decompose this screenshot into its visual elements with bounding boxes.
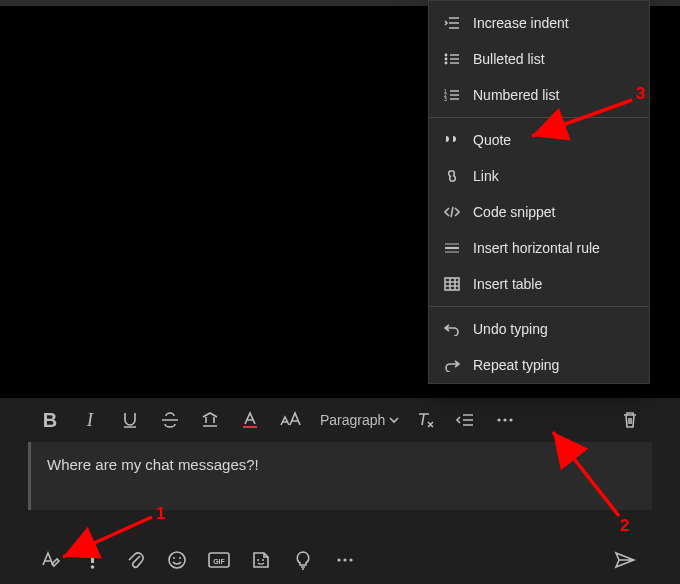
menu-label: Increase indent bbox=[473, 15, 569, 31]
send-button[interactable] bbox=[604, 540, 646, 580]
menu-horizontal-rule[interactable]: Insert horizontal rule bbox=[429, 230, 649, 266]
format-toggle-button[interactable] bbox=[30, 540, 72, 580]
menu-redo[interactable]: Repeat typing bbox=[429, 347, 649, 383]
font-color-button[interactable] bbox=[230, 400, 270, 440]
menu-label: Insert horizontal rule bbox=[473, 240, 600, 256]
format-toolbar: B I Paragraph bbox=[28, 398, 652, 442]
numbered-list-icon: 123 bbox=[443, 88, 461, 102]
clear-formatting-button[interactable] bbox=[405, 400, 445, 440]
font-size-button[interactable] bbox=[270, 400, 310, 440]
message-input-text: Where are my chat messages?! bbox=[47, 456, 259, 473]
menu-undo[interactable]: Undo typing bbox=[429, 311, 649, 347]
menu-label: Code snippet bbox=[473, 204, 556, 220]
bulleted-list-icon bbox=[443, 52, 461, 66]
annotation-number-1: 1 bbox=[156, 504, 165, 524]
send-icon bbox=[614, 550, 636, 570]
svg-point-3 bbox=[510, 418, 513, 421]
annotation-number-2: 2 bbox=[620, 516, 629, 536]
menu-label: Quote bbox=[473, 132, 511, 148]
trash-icon bbox=[621, 411, 639, 429]
menu-label: Undo typing bbox=[473, 321, 548, 337]
svg-point-2 bbox=[504, 418, 507, 421]
horizontal-rule-icon bbox=[443, 241, 461, 255]
menu-insert-table[interactable]: Insert table bbox=[429, 266, 649, 302]
gif-icon: GIF bbox=[208, 550, 230, 570]
more-actions-button[interactable] bbox=[324, 540, 366, 580]
underline-button[interactable] bbox=[110, 400, 150, 440]
table-icon bbox=[443, 277, 461, 291]
attach-button[interactable] bbox=[114, 540, 156, 580]
menu-label: Bulleted list bbox=[473, 51, 545, 67]
menu-label: Insert table bbox=[473, 276, 542, 292]
link-icon bbox=[443, 169, 461, 183]
undo-icon bbox=[443, 322, 461, 336]
decrease-indent-button[interactable] bbox=[445, 400, 485, 440]
gif-button[interactable]: GIF bbox=[198, 540, 240, 580]
indent-increase-icon bbox=[443, 16, 461, 30]
menu-label: Numbered list bbox=[473, 87, 559, 103]
format-icon bbox=[40, 550, 62, 570]
menu-separator bbox=[429, 117, 649, 118]
emoji-button[interactable] bbox=[156, 540, 198, 580]
svg-point-15 bbox=[349, 558, 352, 561]
sticker-button[interactable] bbox=[240, 540, 282, 580]
lightbulb-icon bbox=[294, 550, 312, 570]
message-input[interactable]: Where are my chat messages?! bbox=[28, 442, 652, 510]
delete-button[interactable] bbox=[610, 400, 650, 440]
bold-button[interactable]: B bbox=[30, 400, 70, 440]
svg-point-5 bbox=[91, 565, 95, 569]
sticker-icon bbox=[251, 550, 271, 570]
praise-button[interactable] bbox=[282, 540, 324, 580]
svg-rect-22 bbox=[445, 278, 459, 290]
svg-point-13 bbox=[337, 558, 340, 561]
redo-icon bbox=[443, 358, 461, 372]
code-icon bbox=[443, 205, 461, 219]
ellipsis-icon bbox=[335, 551, 355, 569]
quote-icon bbox=[443, 133, 461, 147]
svg-point-16 bbox=[445, 54, 448, 57]
svg-rect-0 bbox=[243, 426, 257, 428]
menu-label: Link bbox=[473, 168, 499, 184]
annotation-number-3: 3 bbox=[636, 84, 645, 104]
menu-increase-indent[interactable]: Increase indent bbox=[429, 5, 649, 41]
message-composer: B I Paragraph bbox=[28, 398, 652, 510]
paragraph-style-dropdown[interactable]: Paragraph bbox=[310, 400, 405, 440]
menu-link[interactable]: Link bbox=[429, 158, 649, 194]
menu-code-snippet[interactable]: Code snippet bbox=[429, 194, 649, 230]
highlight-button[interactable] bbox=[190, 400, 230, 440]
svg-point-8 bbox=[179, 557, 181, 559]
svg-text:3: 3 bbox=[444, 96, 447, 102]
exclamation-icon bbox=[88, 550, 98, 570]
ellipsis-icon bbox=[495, 411, 515, 429]
paragraph-style-label: Paragraph bbox=[320, 412, 385, 428]
menu-bulleted-list[interactable]: Bulleted list bbox=[429, 41, 649, 77]
emoji-icon bbox=[167, 550, 187, 570]
strikethrough-button[interactable] bbox=[150, 400, 190, 440]
format-context-menu: Increase indent Bulleted list 123 Number… bbox=[428, 0, 650, 384]
importance-button[interactable] bbox=[72, 540, 114, 580]
svg-point-11 bbox=[257, 559, 259, 561]
more-options-button[interactable] bbox=[485, 400, 525, 440]
menu-separator bbox=[429, 306, 649, 307]
compose-action-bar: GIF bbox=[28, 536, 652, 584]
svg-point-1 bbox=[498, 418, 501, 421]
svg-text:GIF: GIF bbox=[213, 558, 225, 565]
svg-point-12 bbox=[262, 559, 264, 561]
svg-point-7 bbox=[173, 557, 175, 559]
svg-point-6 bbox=[169, 552, 185, 568]
menu-numbered-list[interactable]: 123 Numbered list bbox=[429, 77, 649, 113]
italic-button[interactable]: I bbox=[70, 400, 110, 440]
svg-point-14 bbox=[343, 558, 346, 561]
paperclip-icon bbox=[126, 550, 144, 570]
chevron-down-icon bbox=[389, 415, 399, 425]
svg-point-18 bbox=[445, 62, 448, 65]
svg-point-17 bbox=[445, 58, 448, 61]
menu-quote[interactable]: Quote bbox=[429, 122, 649, 158]
menu-label: Repeat typing bbox=[473, 357, 559, 373]
svg-rect-4 bbox=[91, 552, 94, 563]
